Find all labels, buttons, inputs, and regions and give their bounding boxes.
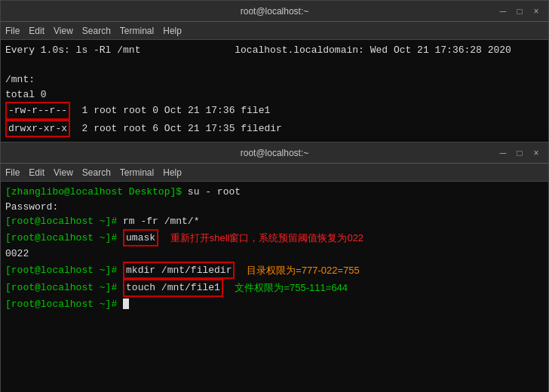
annotation-mkdir: 目录权限为=777-022=755 xyxy=(247,263,360,278)
close-btn-top[interactable]: × xyxy=(530,6,542,17)
line-4-top: total 0 xyxy=(5,87,544,103)
line-password: Password: xyxy=(5,200,544,215)
menu-search-top[interactable]: Search xyxy=(82,26,111,36)
menu-terminal-top[interactable]: Terminal xyxy=(120,26,154,36)
touch-cmd: touch /mnt/file1 xyxy=(123,279,223,297)
minimize-btn-top[interactable]: ─ xyxy=(497,6,509,17)
annotation-umask: 重新打开shell窗口，系统预留阈值恢复为022 xyxy=(170,231,363,246)
title-top: root@localhost:~ xyxy=(7,6,542,17)
menubar-bottom: File Edit View Search Terminal Help xyxy=(1,164,548,182)
menu-file-top[interactable]: File xyxy=(5,26,20,36)
umask-cmd: umask xyxy=(123,229,158,247)
line-mkdir: [root@localhost ~]# mkdir /mnt/filedir 目… xyxy=(5,262,544,280)
line-2-top xyxy=(5,58,544,73)
line-1-top: Every 1.0s: ls -Rl /mnt localhost.locald… xyxy=(5,43,544,58)
terminal-window-bottom: root@localhost:~ ─ □ × File Edit View Se… xyxy=(0,142,549,392)
menu-help-bottom[interactable]: Help xyxy=(163,167,182,178)
cursor xyxy=(123,299,129,309)
every-cmd: Every 1.0s: ls -Rl /mnt localhost.locald… xyxy=(5,43,511,58)
menu-help-top[interactable]: Help xyxy=(163,26,182,36)
titlebar-top: root@localhost:~ ─ □ × xyxy=(1,1,548,22)
menu-edit-bottom[interactable]: Edit xyxy=(29,167,44,178)
filedir-perms: drwxr-xr-x xyxy=(5,120,70,138)
mkdir-cmd: mkdir /mnt/filedir xyxy=(123,262,235,280)
window-controls-top: ─ □ × xyxy=(497,6,542,17)
terminal-window-top: root@localhost:~ ─ □ × File Edit View Se… xyxy=(0,0,549,161)
menu-search-bottom[interactable]: Search xyxy=(82,167,111,178)
line-0022: 0022 xyxy=(5,247,544,262)
maximize-btn-bottom[interactable]: □ xyxy=(514,148,526,158)
line-prompt-end: [root@localhost ~]# xyxy=(5,297,544,312)
annotation-touch: 文件权限为=755-111=644 xyxy=(235,280,348,296)
line-umask: [root@localhost ~]# umask 重新打开shell窗口，系统… xyxy=(5,229,544,247)
line-su: [zhanglibo@localhost Desktop]$ su - root xyxy=(5,185,544,200)
line-rm: [root@localhost ~]# rm -fr /mnt/* xyxy=(5,214,544,229)
title-bottom: root@localhost:~ xyxy=(7,148,542,158)
terminal-body-bottom: [zhanglibo@localhost Desktop]$ su - root… xyxy=(1,182,548,392)
line-touch: [root@localhost ~]# touch /mnt/file1 文件权… xyxy=(5,279,544,297)
titlebar-bottom: root@localhost:~ ─ □ × xyxy=(1,142,548,164)
menu-edit-top[interactable]: Edit xyxy=(29,26,44,36)
menubar-top: File Edit View Search Terminal Help xyxy=(1,22,548,40)
minimize-btn-bottom[interactable]: ─ xyxy=(497,148,509,158)
close-btn-bottom[interactable]: × xyxy=(530,148,542,158)
window-controls-bottom: ─ □ × xyxy=(497,148,542,158)
menu-terminal-bottom[interactable]: Terminal xyxy=(120,167,154,178)
file1-perms: -rw-r--r-- xyxy=(5,102,70,120)
line-file1: -rw-r--r-- 1 root root 0 Oct 21 17:36 fi… xyxy=(5,102,544,120)
menu-view-bottom[interactable]: View xyxy=(54,167,73,178)
line-3-top: /mnt: xyxy=(5,72,544,87)
line-filedir: drwxr-xr-x 2 root root 6 Oct 21 17:35 fi… xyxy=(5,120,544,138)
menu-view-top[interactable]: View xyxy=(54,26,73,36)
maximize-btn-top[interactable]: □ xyxy=(514,6,526,17)
menu-file-bottom[interactable]: File xyxy=(5,167,20,178)
